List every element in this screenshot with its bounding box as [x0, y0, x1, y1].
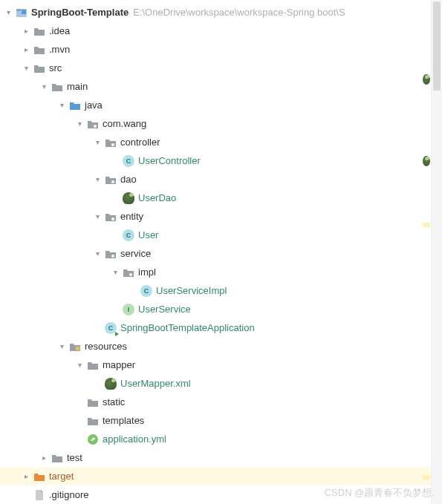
project-tree[interactable]: ▾ SpringBoot-Template E:\OneDrive\worksp…	[0, 0, 442, 504]
package-icon	[86, 117, 100, 131]
svg-rect-1	[16, 9, 21, 11]
folder-templates[interactable]: ▸ templates	[0, 411, 442, 430]
chevron-down-icon[interactable]: ▾	[92, 212, 103, 222]
package-entity[interactable]: ▾ entity	[0, 207, 442, 226]
folder-resources[interactable]: ▾ resources	[0, 337, 442, 356]
class-userdao[interactable]: ▸ UserDao	[0, 189, 442, 207]
folder-main[interactable]: ▾ main	[0, 77, 442, 96]
node-label: UserService	[138, 304, 191, 315]
node-label: impl	[138, 266, 156, 278]
chevron-down-icon[interactable]: ▾	[74, 119, 85, 129]
class-application[interactable]: ▸ C SpringBootTemplateApplication	[0, 318, 442, 337]
folder-idea[interactable]: ▸ .idea	[0, 22, 442, 40]
chevron-right-icon[interactable]: ▸	[39, 453, 49, 463]
folder-test[interactable]: ▸ test	[0, 448, 442, 467]
package-service[interactable]: ▾ service	[0, 244, 442, 263]
folder-icon	[86, 396, 100, 409]
chevron-down-icon[interactable]: ▾	[39, 82, 49, 92]
chevron-down-icon[interactable]: ▾	[3, 7, 13, 18]
node-label: com.wang	[103, 118, 146, 129]
package-icon	[104, 136, 117, 149]
folder-mapper[interactable]: ▾ mapper	[0, 356, 442, 374]
class-icon: C	[122, 229, 135, 242]
chevron-right-icon[interactable]: ▸	[21, 471, 31, 482]
gutter-mark-icon	[423, 74, 430, 85]
bean-icon	[122, 192, 135, 205]
node-label: UserMapper.xml	[120, 378, 191, 389]
chevron-right-icon[interactable]: ▸	[21, 45, 31, 55]
class-icon: C	[140, 284, 153, 298]
gutter-mark-icon	[423, 156, 430, 166]
bean-icon	[104, 377, 117, 390]
chevron-down-icon[interactable]: ▾	[92, 137, 103, 148]
folder-icon	[51, 451, 64, 465]
package-icon	[104, 247, 117, 261]
node-label: mapper	[103, 359, 135, 370]
folder-icon	[86, 414, 100, 428]
node-label: resources	[85, 341, 127, 352]
chevron-right-icon[interactable]: ▸	[21, 26, 31, 36]
root-label: SpringBoot-Template	[31, 7, 129, 18]
file-usermapper[interactable]: ▸ UserMapper.xml	[0, 374, 442, 393]
spring-config-icon	[86, 433, 100, 446]
package-com-wang[interactable]: ▾ com.wang	[0, 114, 442, 133]
node-label: target	[49, 471, 74, 482]
package-impl[interactable]: ▾ impl	[0, 263, 442, 281]
package-icon	[122, 266, 135, 279]
svg-point-5	[111, 180, 114, 183]
folder-icon	[33, 43, 46, 56]
node-label: UserServiceImpl	[156, 285, 227, 296]
gutter-mark-icon	[423, 475, 430, 480]
vertical-scrollbar[interactable]	[431, 0, 442, 504]
node-label: controller	[120, 137, 160, 148]
folder-mvn[interactable]: ▸ .mvn	[0, 40, 442, 59]
editor-gutter	[423, 0, 430, 504]
folder-java[interactable]: ▾ java	[0, 96, 442, 114]
svg-rect-2	[22, 10, 26, 14]
chevron-down-icon[interactable]: ▾	[92, 249, 103, 259]
node-label: User	[138, 229, 158, 240]
module-icon	[15, 6, 28, 19]
folder-static[interactable]: ▸ static	[0, 393, 442, 411]
chevron-down-icon[interactable]: ▾	[92, 174, 103, 185]
chevron-down-icon[interactable]: ▾	[56, 341, 67, 352]
chevron-down-icon[interactable]: ▾	[110, 267, 120, 278]
svg-point-3	[94, 125, 97, 128]
interface-userservice[interactable]: ▸ I UserService	[0, 300, 442, 318]
node-label: test	[67, 452, 82, 463]
chevron-down-icon[interactable]: ▾	[21, 63, 31, 73]
svg-point-4	[111, 143, 114, 146]
chevron-down-icon[interactable]: ▾	[56, 100, 67, 111]
watermark: CSDN @愿青春不负梦想.	[325, 486, 435, 500]
runnable-class-icon: C	[104, 321, 117, 335]
node-label: .idea	[49, 25, 70, 36]
node-label: application.yml	[103, 433, 166, 445]
node-label: java	[85, 99, 103, 111]
class-userserviceimpl[interactable]: ▸ C UserServiceImpl	[0, 281, 442, 300]
root-node[interactable]: ▾ SpringBoot-Template E:\OneDrive\worksp…	[0, 3, 442, 22]
node-label: static	[103, 396, 125, 408]
package-dao[interactable]: ▾ dao	[0, 170, 442, 189]
gutter-mark-icon	[423, 223, 430, 227]
node-label: service	[120, 248, 151, 259]
package-icon	[104, 210, 117, 223]
package-controller[interactable]: ▾ controller	[0, 133, 442, 151]
svg-point-6	[111, 217, 114, 220]
folder-src[interactable]: ▾ src	[0, 59, 442, 77]
chevron-down-icon[interactable]: ▾	[74, 360, 85, 370]
folder-target[interactable]: ▸ target	[0, 467, 442, 485]
node-label: main	[67, 81, 88, 92]
svg-rect-9	[76, 347, 79, 350]
scrollbar-thumb[interactable]	[433, 1, 441, 91]
interface-icon: I	[122, 303, 135, 316]
node-label: UserController	[138, 155, 201, 166]
class-usercontroller[interactable]: ▸ C UserController	[0, 151, 442, 170]
node-label: dao	[120, 174, 137, 185]
node-label: .gitignore	[49, 489, 88, 500]
file-application-yml[interactable]: ▸ application.yml	[0, 430, 442, 448]
class-user[interactable]: ▸ C User	[0, 226, 442, 244]
root-path: E:\OneDrive\workspace\workspace-Spring b…	[133, 7, 345, 18]
folder-icon	[51, 80, 64, 94]
node-label: src	[49, 62, 62, 73]
folder-icon	[33, 62, 46, 75]
